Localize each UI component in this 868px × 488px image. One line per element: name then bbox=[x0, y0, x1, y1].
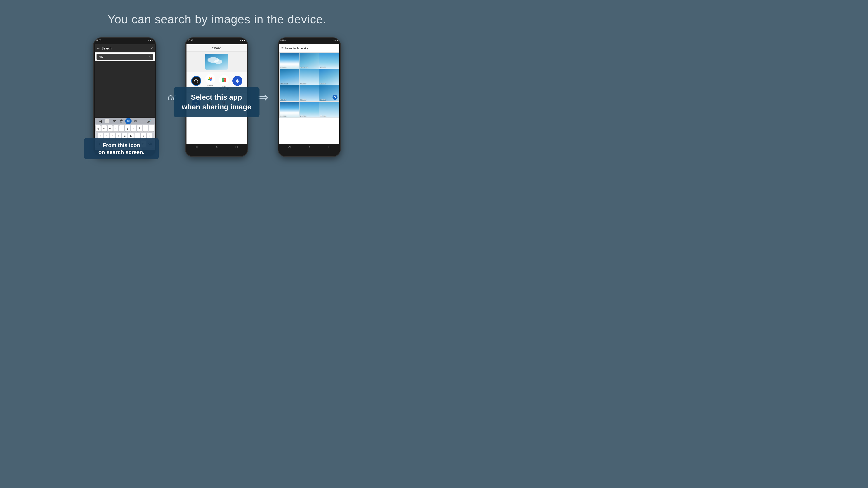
keyboard-row-1: q w e r t y u i o p bbox=[95, 125, 155, 132]
key-q[interactable]: q bbox=[96, 125, 101, 131]
image-cell-8[interactable]: 322x200 bbox=[300, 86, 319, 101]
phone1-screen: ← Search ✕ sky ✕ ◀ ⬜ GIF 🗑 ⊞ bbox=[95, 44, 155, 150]
kbd-copy-icon[interactable]: ⧉ bbox=[132, 118, 138, 124]
svg-line-11 bbox=[336, 98, 336, 98]
key-o[interactable]: o bbox=[143, 125, 148, 131]
image-cell-4[interactable]: 1500x1125 bbox=[280, 69, 299, 85]
maps-icon bbox=[219, 75, 229, 85]
image-cell-1[interactable]: 612x408 bbox=[280, 53, 299, 69]
phone3-time: 00:00 bbox=[281, 39, 286, 41]
phone1-query-text: sky bbox=[99, 55, 103, 59]
phones-row: 00:00 ▼▲ ● ← Search ✕ sky ✕ bbox=[0, 37, 434, 157]
share-image-thumb bbox=[205, 54, 228, 70]
phone1-search-toolbar: ← Search ✕ bbox=[95, 44, 155, 53]
image-cell-10[interactable]: 800x534 bbox=[280, 102, 299, 118]
img-size-1: 612x408 bbox=[280, 66, 286, 68]
svg-marker-3 bbox=[222, 78, 224, 82]
kbd-ellipsis-icon[interactable]: ··· bbox=[139, 118, 145, 124]
key-u[interactable]: u bbox=[131, 125, 136, 131]
image-cell-7[interactable]: 600x600 bbox=[280, 86, 299, 101]
kbd-back-icon[interactable]: ◀ bbox=[97, 118, 104, 124]
phone2-nav-back[interactable]: ◁ bbox=[195, 145, 198, 149]
key-r[interactable]: r bbox=[114, 125, 119, 131]
kbd-emoji-icon[interactable]: ⬜ bbox=[104, 118, 111, 124]
svg-point-5 bbox=[223, 79, 224, 80]
phone2-image-preview bbox=[186, 52, 247, 72]
img-size-11: 450x300 bbox=[300, 115, 306, 117]
image-cell-3[interactable]: 800x451 bbox=[319, 53, 339, 69]
phone3-nav-back[interactable]: ◁ bbox=[288, 145, 290, 149]
img-size-8: 322x200 bbox=[300, 99, 306, 101]
key-i[interactable]: i bbox=[137, 125, 142, 131]
img-size-4: 1500x1125 bbox=[280, 83, 288, 84]
phone1-status-icons: ▼▲ ● bbox=[148, 39, 153, 41]
phone3-menu-icon[interactable]: ≡ bbox=[281, 46, 283, 51]
phone3-toolbar: ≡ beautiful blue sky bbox=[279, 44, 339, 53]
key-e[interactable]: e bbox=[107, 125, 113, 131]
search-clear-icon[interactable]: ✕ bbox=[150, 46, 153, 50]
phone3-status-icons: ▼▲ ● bbox=[332, 39, 338, 41]
kbd-delete-icon[interactable]: 🗑 bbox=[118, 118, 125, 124]
img-size-2: 2000x1217 bbox=[300, 66, 308, 68]
phone1-callout: From this iconon search screen. bbox=[84, 138, 159, 159]
phone2-nav-home[interactable]: ○ bbox=[216, 145, 218, 149]
phone1-search-area bbox=[95, 61, 155, 118]
img-size-12: 601x300 bbox=[320, 115, 326, 117]
query-clear-icon[interactable]: ✕ bbox=[149, 55, 151, 59]
phone1-query-bar[interactable]: sky ✕ bbox=[96, 54, 153, 60]
kbd-mic-icon[interactable]: 🎤 bbox=[146, 118, 152, 124]
phone1-keyboard-toolbar: ◀ ⬜ GIF 🗑 ⊞ ⧉ ··· 🎤 bbox=[95, 118, 155, 125]
imagesearch-icon bbox=[191, 76, 201, 86]
page-title: You can search by images in the device. bbox=[107, 12, 327, 26]
image-cell-6[interactable]: 910x607 bbox=[319, 69, 339, 85]
phone1-wrapper: 00:00 ▼▲ ● ← Search ✕ sky ✕ bbox=[93, 37, 156, 157]
svg-line-1 bbox=[197, 82, 198, 83]
img-search-button[interactable] bbox=[333, 95, 338, 100]
phone3-nav-recent[interactable]: □ bbox=[329, 145, 330, 149]
phone3-screen: ≡ beautiful blue sky 612x408 2000x1217 8… bbox=[279, 44, 339, 150]
phone2-nav-recent[interactable]: □ bbox=[236, 145, 238, 149]
phone2-callout: Select this appwhen sharing image bbox=[174, 87, 259, 117]
phone2-time: 00:00 bbox=[188, 39, 193, 41]
app-imagesearch[interactable]: ImageSearch bbox=[191, 76, 202, 89]
phone2-callout-text: Select this appwhen sharing image bbox=[182, 93, 251, 111]
phone1-time: 00:00 bbox=[96, 39, 101, 41]
img-size-10: 800x534 bbox=[280, 115, 286, 117]
image-cell-11[interactable]: 450x300 bbox=[300, 102, 319, 118]
img-size-7: 600x600 bbox=[280, 99, 286, 101]
image-cell-2[interactable]: 2000x1217 bbox=[300, 53, 319, 69]
image-cell-5[interactable]: 508x339 bbox=[300, 69, 319, 85]
phone3-nav-home[interactable]: ○ bbox=[309, 145, 310, 149]
phone3-image-grid: 612x408 2000x1217 800x451 1500x1125 508x… bbox=[279, 53, 339, 118]
phone2-share-header: Share bbox=[186, 44, 247, 52]
phone2-nav-bar: ◁ ○ □ bbox=[186, 144, 247, 150]
img-size-9: 322x200 bbox=[320, 99, 326, 101]
back-arrow-icon[interactable]: ← bbox=[96, 46, 100, 51]
key-y[interactable]: y bbox=[125, 125, 130, 131]
phone3-nav-bar: ◁ ○ □ bbox=[279, 144, 339, 150]
img-size-3: 800x451 bbox=[320, 66, 326, 68]
phone3-search-title: beautiful blue sky bbox=[285, 46, 337, 50]
image-cell-9[interactable]: 322x200 bbox=[319, 86, 339, 101]
img-size-5: 508x339 bbox=[300, 83, 306, 84]
key-w[interactable]: w bbox=[101, 125, 106, 131]
kbd-gif-icon[interactable]: GIF bbox=[111, 118, 118, 124]
bluetooth-icon bbox=[232, 76, 242, 86]
phone2-status-icons: ▼▲ ● bbox=[239, 39, 245, 41]
key-p[interactable]: p bbox=[149, 125, 154, 131]
svg-point-0 bbox=[194, 79, 197, 82]
phone1-callout-text: From this iconon search screen. bbox=[98, 142, 145, 155]
svg-point-10 bbox=[334, 96, 336, 98]
app-bluetooth[interactable]: Bluetooth bbox=[232, 76, 242, 89]
img-size-6: 910x607 bbox=[320, 83, 326, 84]
image-cell-12[interactable]: 601x300 bbox=[319, 102, 339, 118]
kbd-imagesearch-icon[interactable]: ⊞ bbox=[125, 118, 131, 124]
phone3-wrapper: 00:00 ▼▲ ● ≡ beautiful blue sky 612x408 … bbox=[278, 37, 341, 157]
phone1-search-label: Search bbox=[101, 46, 149, 50]
key-t[interactable]: t bbox=[119, 125, 124, 131]
phone2-wrapper: 00:00 ▼▲ ● Share bbox=[185, 37, 248, 157]
photos-icon bbox=[205, 74, 215, 84]
phone3-frame: 00:00 ▼▲ ● ≡ beautiful blue sky 612x408 … bbox=[278, 37, 341, 157]
